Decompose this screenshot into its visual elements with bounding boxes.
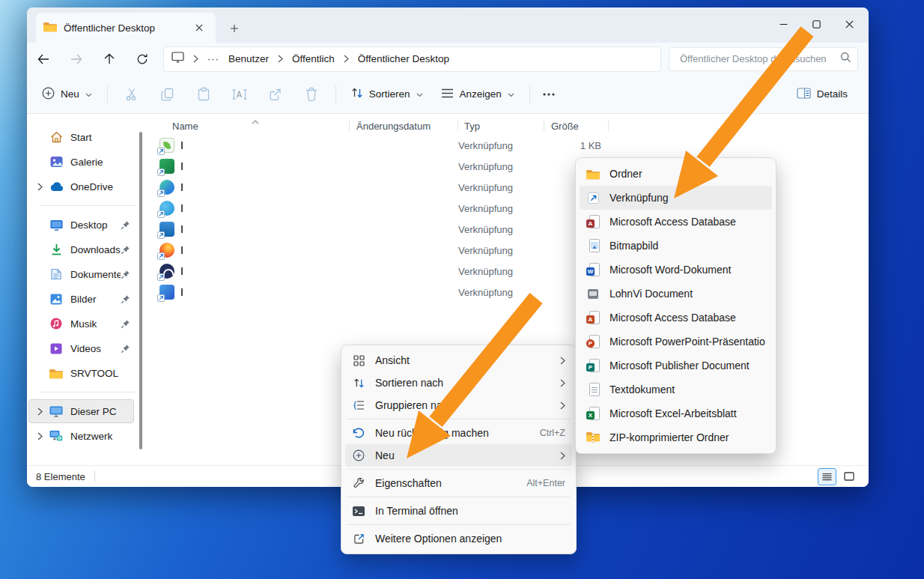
sidebar-scrollbar[interactable] — [139, 132, 142, 449]
submenu-item-powerpoint-praesentation[interactable]: P Microsoft PowerPoint-Präsentation — [580, 330, 772, 354]
sidebar-item-bilder[interactable]: Bilder — [28, 287, 134, 311]
search-box[interactable] — [669, 47, 858, 71]
menu-item-neu[interactable]: Neu — [345, 444, 572, 467]
sidebar-item-netzwerk[interactable]: Netzwerk — [28, 424, 134, 448]
cut-button[interactable] — [114, 82, 150, 107]
paste-button[interactable] — [186, 82, 222, 107]
submenu-item-bitmapbild[interactable]: Bitmapbild — [580, 234, 772, 258]
sidebar-separator — [40, 205, 136, 206]
redacted-file-name — [181, 163, 183, 170]
chevron-down-icon — [416, 88, 423, 100]
submenu-item-publisher-document[interactable]: P Microsoft Publisher Document — [580, 354, 772, 378]
sidebar-item-onedrive[interactable]: OneDrive — [28, 175, 134, 198]
menu-item-eigenschaften[interactable]: Eigenschaften Alt+Enter — [345, 472, 572, 494]
forward-button[interactable] — [60, 47, 93, 71]
new-button[interactable]: Neu — [33, 82, 101, 107]
submenu-item-word-dokument[interactable]: W Microsoft Word-Dokument — [580, 258, 772, 282]
more-options-button[interactable] — [536, 82, 562, 107]
delete-button[interactable] — [294, 82, 329, 107]
submenu-item-verknuepfung[interactable]: Verknüpfung — [580, 186, 772, 210]
breadcrumb-ellipsis[interactable]: ··· — [207, 53, 219, 64]
chevron-right-icon — [560, 452, 565, 460]
excel-doc-icon: X — [586, 407, 600, 420]
network-icon — [49, 430, 64, 442]
chevron-expand-icon[interactable] — [31, 432, 49, 440]
onedrive-cloud-icon — [49, 182, 64, 192]
details-view-toggle[interactable] — [818, 468, 836, 485]
breadcrumb-benutzer[interactable]: Benutzer — [228, 53, 269, 64]
large-icons-view-toggle[interactable] — [839, 468, 858, 485]
shortcut-file-icon — [159, 285, 174, 300]
search-icon[interactable] — [840, 52, 851, 66]
breadcrumb-oeffentlich[interactable]: Öffentlich — [292, 53, 335, 64]
menu-item-ansicht[interactable]: Ansicht — [345, 349, 572, 372]
sidebar-item-dieser-pc[interactable]: Dieser PC — [28, 399, 134, 423]
chevron-down-icon — [508, 88, 514, 100]
shortcut-file-icon — [159, 243, 174, 258]
chevron-expand-icon[interactable] — [31, 183, 49, 191]
menu-item-weitere-optionen-anzeigen[interactable]: Weitere Optionen anzeigen — [345, 527, 572, 550]
submenu-item-access-database-2[interactable]: A Microsoft Access Database — [580, 306, 772, 330]
column-header-name[interactable]: Name — [146, 117, 350, 135]
close-button[interactable] — [833, 12, 866, 36]
sidebar-item-musik[interactable]: Musik — [28, 312, 134, 336]
tab-oeffentlicher-desktop[interactable]: Öffentlicher Desktop — [36, 13, 216, 43]
submenu-item-ordner[interactable]: Ordner — [580, 162, 772, 186]
sidebar-item-downloads[interactable]: Downloads — [28, 237, 134, 261]
column-header-size[interactable]: Größe — [544, 117, 609, 135]
share-button[interactable] — [258, 82, 294, 107]
column-header-date[interactable]: Änderungsdatum — [350, 117, 458, 135]
tab-close-icon[interactable] — [190, 19, 208, 37]
rename-button[interactable] — [222, 82, 258, 107]
pin-icon — [121, 220, 130, 230]
submenu-item-textdokument[interactable]: Textdokument — [580, 378, 772, 401]
gallery-icon — [49, 156, 64, 168]
menu-item-neu-rueckgaengig-machen[interactable]: Neu rückgängig machen Ctrl+Z — [345, 422, 572, 444]
menu-item-sortieren-nach[interactable]: Sortieren nach — [345, 372, 572, 394]
menu-item-in-terminal-oeffnen[interactable]: In Terminal öffnen — [345, 500, 572, 522]
view-button[interactable]: Anzeigen — [432, 82, 523, 107]
file-row[interactable]: Verknüpfung1 KB — [146, 135, 869, 156]
sidebar-item-srvtool[interactable]: SRVTOOL — [28, 361, 134, 385]
minimize-button[interactable] — [767, 12, 800, 36]
redacted-file-name — [181, 225, 183, 233]
documents-icon — [49, 268, 64, 280]
submenu-item-access-database[interactable]: A Microsoft Access Database — [580, 210, 772, 234]
copy-button[interactable] — [150, 82, 186, 107]
new-tab-button[interactable] — [225, 19, 244, 38]
sidebar-item-videos[interactable]: Videos — [28, 336, 134, 360]
chevron-expand-icon[interactable] — [31, 407, 49, 416]
tab-bar: Öffentlicher Desktop — [27, 7, 869, 43]
sidebar-item-galerie[interactable]: Galerie — [28, 150, 134, 174]
sidebar-item-dokumente[interactable]: Dokumente — [28, 262, 134, 286]
folder-icon — [586, 169, 600, 180]
redacted-file-name — [181, 267, 183, 275]
search-input[interactable] — [678, 52, 840, 65]
breadcrumb-oeffentlicher-desktop[interactable]: Öffentlicher Desktop — [358, 53, 449, 64]
column-header-type[interactable]: Typ — [458, 117, 544, 135]
sort-arrows-icon — [351, 87, 363, 101]
window-controls — [767, 12, 866, 36]
home-icon — [49, 131, 64, 143]
sidebar-item-start[interactable]: Start — [28, 125, 134, 149]
breadcrumb[interactable]: ··· Benutzer Öffentlich Öffentlicher Des… — [163, 46, 661, 72]
details-pane-button[interactable]: Details — [788, 82, 857, 107]
lohnvi-doc-icon — [586, 289, 600, 299]
submenu-item-excel-arbeitsblatt[interactable]: X Microsoft Excel-Arbeitsblatt — [580, 401, 772, 425]
up-button[interactable] — [93, 47, 126, 71]
text-doc-icon — [586, 383, 600, 396]
refresh-button[interactable] — [126, 47, 159, 71]
maximize-button[interactable] — [800, 12, 833, 36]
plus-circle-icon — [42, 87, 55, 102]
menu-item-gruppieren-nach[interactable]: Gruppieren nach — [345, 394, 572, 416]
menu-separator — [347, 419, 571, 419]
downloads-icon — [49, 243, 64, 255]
publisher-doc-icon: P — [586, 359, 600, 372]
submenu-item-zip-ordner[interactable]: ZIP-komprimierter Ordner — [580, 425, 772, 449]
sort-button[interactable]: Sortieren — [342, 82, 432, 107]
back-button[interactable] — [27, 47, 60, 71]
sidebar-item-desktop[interactable]: Desktop — [28, 213, 134, 237]
shortcut-file-icon — [159, 201, 174, 216]
redacted-file-name — [181, 288, 183, 296]
submenu-item-lohnvi-document[interactable]: LohnVi Document — [580, 282, 772, 306]
